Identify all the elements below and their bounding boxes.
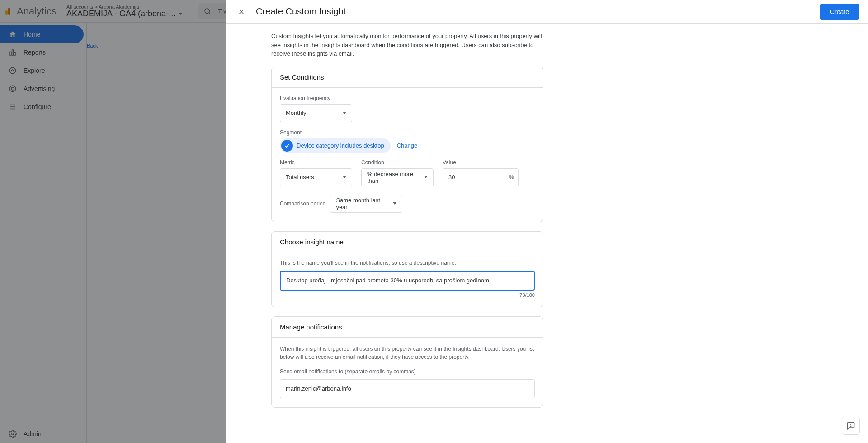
modal-title: Create Custom Insight (256, 6, 346, 17)
close-button[interactable] (235, 5, 248, 18)
eval-frequency-select[interactable]: Monthly (280, 104, 352, 122)
insight-name-input[interactable] (280, 271, 535, 291)
feedback-button[interactable] (842, 417, 860, 435)
select-value: Total users (286, 174, 314, 181)
email-label: Send email notifications to (separate em… (280, 368, 535, 375)
card-title: Set Conditions (272, 67, 543, 88)
svg-point-15 (851, 426, 851, 427)
create-button[interactable]: Create (820, 4, 859, 20)
segment-chip[interactable]: Device category includes desktop (280, 138, 391, 153)
insight-name-card: Choose insight name This is the name you… (271, 231, 543, 307)
modal-body: Custom Insights let you automatically mo… (226, 24, 868, 443)
segment-label: Segment (280, 129, 535, 136)
chevron-down-icon (424, 176, 428, 178)
notifications-card: Manage notifications When this insight i… (271, 316, 543, 408)
notifications-description: When this insight is triggered, all user… (280, 345, 535, 361)
intro-text: Custom Insights let you automatically mo… (271, 32, 543, 58)
name-hint: This is the name you'll see in the notif… (280, 260, 535, 266)
value-label: Value (443, 159, 519, 166)
value-suffix: % (509, 174, 514, 181)
card-title: Choose insight name (272, 232, 543, 252)
comparison-label: Comparison period (280, 200, 326, 207)
card-title: Manage notifications (272, 317, 543, 338)
close-icon (237, 8, 245, 16)
condition-select[interactable]: % decrease more than (361, 168, 434, 186)
value-input[interactable] (443, 168, 519, 186)
condition-label: Condition (361, 159, 434, 166)
select-value: Monthly (286, 110, 307, 116)
metric-select[interactable]: Total users (280, 168, 352, 186)
modal-header: Create Custom Insight Create (226, 0, 868, 24)
char-count: 73/100 (280, 292, 535, 298)
chevron-down-icon (343, 112, 346, 114)
select-value: Same month last year (336, 197, 393, 210)
segment-change-link[interactable]: Change (397, 142, 418, 149)
email-input[interactable] (280, 379, 535, 398)
set-conditions-card: Set Conditions Evaluation frequency Mont… (271, 67, 543, 222)
feedback-icon (846, 421, 855, 430)
chevron-down-icon (393, 202, 396, 205)
eval-frequency-label: Evaluation frequency (280, 95, 535, 101)
comparison-select[interactable]: Same month last year (330, 195, 402, 213)
modal-panel: Create Custom Insight Create Custom Insi… (226, 0, 868, 443)
chevron-down-icon (343, 176, 346, 178)
check-icon (281, 140, 293, 152)
select-value: % decrease more than (367, 171, 424, 184)
metric-label: Metric (280, 159, 352, 166)
chip-label: Device category includes desktop (297, 142, 384, 149)
